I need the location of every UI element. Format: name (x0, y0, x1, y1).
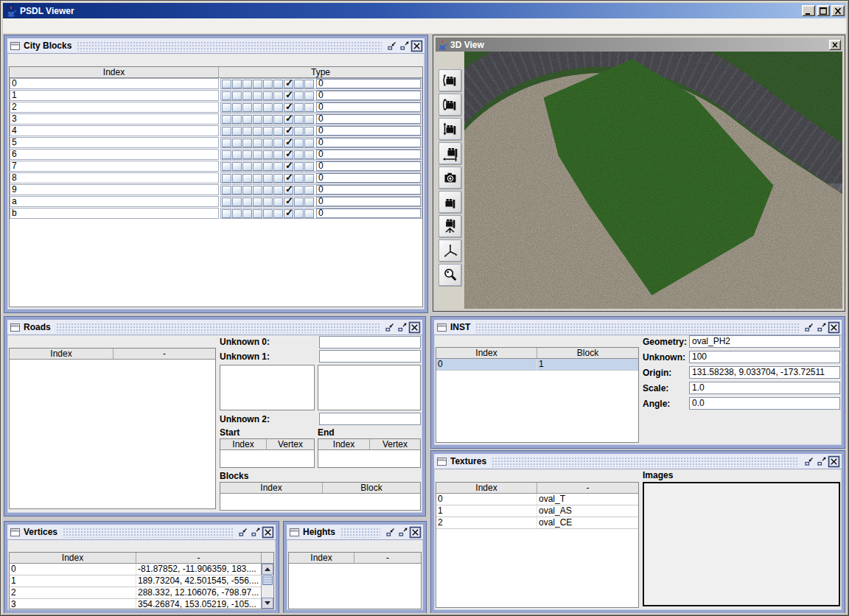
type-value-field[interactable]: 0 (316, 138, 421, 147)
type-checkbox[interactable] (294, 103, 304, 112)
minimize-button[interactable] (803, 321, 815, 334)
unknown1-field[interactable] (319, 350, 421, 363)
type-checkbox[interactable] (294, 91, 304, 100)
type-value-field[interactable]: 0 (316, 209, 421, 218)
type-checkbox[interactable] (253, 127, 262, 136)
type-checkbox[interactable] (253, 197, 262, 206)
view3d-titlebar[interactable]: 3D View (436, 38, 842, 52)
table-row[interactable]: 0 1 (436, 359, 638, 371)
block-index-field[interactable]: 4 (10, 125, 219, 136)
camera-tripod-button[interactable] (439, 215, 461, 237)
images-panel[interactable] (643, 482, 840, 606)
type-value-field[interactable]: 0 (316, 91, 421, 100)
minimize-button[interactable] (384, 526, 396, 539)
minimize-button[interactable] (237, 526, 249, 539)
close-button[interactable] (829, 40, 841, 50)
type-checkbox[interactable] (294, 127, 304, 136)
vertices-titlebar[interactable]: Vertices (7, 525, 276, 540)
city-blocks-titlebar[interactable]: City Blocks (7, 38, 424, 54)
close-button[interactable] (828, 455, 840, 468)
field-value[interactable]: 131.58238, 9.033704, -173.72511 (689, 366, 840, 379)
scrollbar-track[interactable] (262, 586, 273, 598)
table-row[interactable]: 0 oval_T (436, 494, 638, 505)
type-checkbox[interactable] (284, 139, 293, 147)
type-checkbox[interactable] (263, 103, 273, 112)
type-checkbox[interactable] (232, 127, 242, 136)
roads-list-left[interactable] (220, 365, 315, 410)
block-index-field[interactable]: 9 (10, 184, 219, 195)
block-index-field[interactable]: 1 (10, 90, 219, 101)
type-checkbox[interactable] (242, 103, 252, 112)
type-checkbox[interactable] (273, 103, 283, 112)
scrollbar-thumb[interactable] (262, 575, 273, 585)
end-table[interactable]: Index Vertex (318, 438, 421, 468)
block-index-field[interactable]: 3 (10, 113, 219, 125)
table-row[interactable]: 2 oval_CE (436, 517, 638, 529)
column-header-block[interactable]: Block (323, 483, 420, 493)
type-checkbox[interactable] (232, 150, 242, 159)
type-checkbox[interactable] (263, 197, 273, 206)
block-index-field[interactable]: 7 (10, 161, 219, 172)
type-checkbox[interactable] (242, 127, 252, 136)
type-checkbox[interactable] (222, 115, 231, 124)
table-row[interactable]: 1 oval_AS (436, 505, 638, 517)
type-checkbox[interactable] (242, 197, 252, 206)
vertical-scrollbar[interactable] (261, 553, 273, 609)
type-checkbox[interactable] (263, 186, 273, 195)
menu-item[interactable] (6, 24, 19, 28)
start-table[interactable]: Index Vertex (220, 438, 315, 468)
column-header-dash[interactable]: - (136, 553, 261, 563)
type-checkbox[interactable] (222, 209, 231, 218)
roads-list-right[interactable] (318, 365, 421, 410)
block-index-field[interactable]: 6 (10, 149, 219, 160)
window-titlebar[interactable]: PSDL Viewer (3, 3, 846, 18)
type-checkbox[interactable] (284, 186, 293, 195)
type-checkbox[interactable] (284, 127, 293, 136)
type-checkbox[interactable] (242, 209, 252, 218)
block-index-field[interactable]: 2 (10, 102, 219, 113)
type-checkbox[interactable] (242, 186, 252, 195)
scroll-down-button[interactable] (262, 598, 273, 609)
type-checkbox[interactable] (273, 150, 283, 159)
type-checkbox[interactable] (222, 174, 231, 183)
type-checkbox[interactable] (294, 186, 304, 195)
type-checkbox[interactable] (304, 139, 314, 147)
type-value-field[interactable]: 0 (316, 126, 421, 136)
field-value[interactable]: oval_PH2 (689, 335, 840, 348)
textures-table[interactable]: Index - 0 oval_T 1 oval_AS 2 ova (436, 482, 639, 608)
column-header-index[interactable]: Index (318, 439, 370, 449)
minimize-button[interactable] (803, 455, 815, 468)
axes-button[interactable] (439, 239, 461, 262)
view3d-viewport[interactable] (464, 52, 842, 309)
type-checkbox[interactable] (284, 197, 293, 206)
type-checkbox[interactable] (284, 150, 293, 159)
type-checkbox[interactable] (284, 103, 293, 112)
type-checkbox[interactable] (284, 80, 293, 88)
type-checkbox[interactable] (304, 197, 314, 206)
type-checkbox[interactable] (304, 150, 314, 159)
column-header-vertex[interactable]: Vertex (370, 439, 420, 449)
column-header-dash[interactable]: - (113, 349, 215, 359)
type-checkbox[interactable] (304, 209, 314, 218)
type-checkbox[interactable] (263, 162, 273, 171)
tilt-camera-button[interactable] (439, 69, 461, 91)
table-row[interactable]: 3 354.26874, 153.05219, -105... (10, 599, 261, 609)
type-checkbox[interactable] (222, 162, 231, 171)
type-checkbox[interactable] (242, 80, 252, 88)
type-checkbox[interactable] (232, 139, 242, 147)
type-checkbox[interactable] (273, 115, 283, 124)
type-checkbox[interactable] (304, 115, 314, 124)
type-checkbox[interactable] (242, 91, 252, 100)
camera-button[interactable] (439, 191, 461, 213)
type-checkbox[interactable] (263, 91, 273, 100)
inst-titlebar[interactable]: INST (434, 320, 842, 335)
type-value-field[interactable]: 0 (316, 150, 421, 159)
type-checkbox[interactable] (232, 103, 242, 112)
heights-table[interactable]: Index - (288, 552, 422, 609)
minimize-button[interactable] (385, 40, 398, 52)
type-checkbox[interactable] (232, 209, 242, 218)
type-checkbox[interactable] (232, 80, 242, 88)
menu-item[interactable] (19, 24, 32, 28)
minimize-button[interactable] (383, 321, 396, 334)
type-checkbox[interactable] (253, 91, 262, 100)
